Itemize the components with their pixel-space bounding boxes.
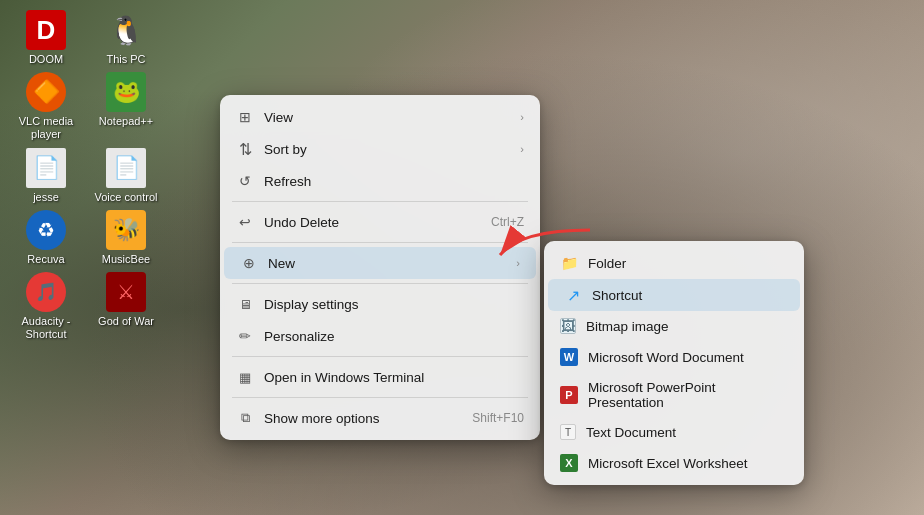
desktop-icon-vlc[interactable]: 🔶 VLC media player	[10, 72, 82, 141]
submenu-item-word[interactable]: W Microsoft Word Document	[544, 341, 804, 373]
text-label: Text Document	[586, 425, 676, 440]
ppt-icon: P	[560, 386, 578, 404]
refresh-icon: ↺	[236, 172, 254, 190]
sortby-arrow: ›	[520, 143, 524, 155]
new-label: New	[268, 256, 498, 271]
undodelete-label: Undo Delete	[264, 215, 481, 230]
folder-icon: 📁	[560, 254, 578, 272]
moreoptions-label: Show more options	[264, 411, 462, 426]
menu-item-view[interactable]: ⊞ View ›	[220, 101, 540, 133]
terminal-icon: ▦	[236, 368, 254, 386]
separator-3	[232, 283, 528, 284]
separator-4	[232, 356, 528, 357]
vlc-icon: 🔶	[26, 72, 66, 112]
displaysettings-icon: 🖥	[236, 295, 254, 313]
vlc-label: VLC media player	[10, 115, 82, 141]
desktop-icon-voicecontrol[interactable]: 📄 Voice control	[90, 148, 162, 204]
menu-item-new[interactable]: ⊕ New › 📁 Folder ↗ Shortcut 🖼 Bitmap ima…	[224, 247, 536, 279]
submenu-item-ppt[interactable]: P Microsoft PowerPoint Presentation	[544, 373, 804, 417]
folder-label: Folder	[588, 256, 626, 271]
notepadpp-icon: 🐸	[106, 72, 146, 112]
thispc-label: This PC	[106, 53, 145, 66]
jesse-icon: 📄	[26, 148, 66, 188]
audacity-icon: 🎵	[26, 272, 66, 312]
menu-item-undodelete[interactable]: ↩ Undo Delete Ctrl+Z	[220, 206, 540, 238]
desktop-icon-doom[interactable]: D DOOM	[10, 10, 82, 66]
displaysettings-label: Display settings	[264, 297, 524, 312]
menu-item-refresh[interactable]: ↺ Refresh	[220, 165, 540, 197]
view-label: View	[264, 110, 502, 125]
desktop-icon-musicbee[interactable]: 🐝 MusicBee	[90, 210, 162, 266]
desktop-icon-recuva[interactable]: ♻ Recuva	[10, 210, 82, 266]
shortcut-icon: ↗	[564, 286, 582, 304]
sortby-label: Sort by	[264, 142, 502, 157]
godofwar-label: God of War	[98, 315, 154, 328]
bitmap-icon: 🖼	[560, 318, 576, 334]
audacity-label: Audacity -Shortcut	[22, 315, 71, 341]
submenu-item-shortcut[interactable]: ↗ Shortcut	[548, 279, 800, 311]
new-arrow: ›	[516, 257, 520, 269]
recuva-label: Recuva	[27, 253, 64, 266]
separator-5	[232, 397, 528, 398]
musicbee-label: MusicBee	[102, 253, 150, 266]
refresh-label: Refresh	[264, 174, 524, 189]
separator-2	[232, 242, 528, 243]
submenu-item-excel[interactable]: X Microsoft Excel Worksheet	[544, 447, 804, 479]
musicbee-icon: 🐝	[106, 210, 146, 250]
moreoptions-shortcut: Shift+F10	[472, 411, 524, 425]
text-icon: T	[560, 424, 576, 440]
desktop-icon-thispc[interactable]: 🐧 This PC	[90, 10, 162, 66]
icon-row-2: 🔶 VLC media player 🐸 Notepad++	[10, 72, 162, 141]
terminal-label: Open in Windows Terminal	[264, 370, 524, 385]
godofwar-icon: ⚔	[106, 272, 146, 312]
icon-row-4: ♻ Recuva 🐝 MusicBee	[10, 210, 162, 266]
submenu-new: 📁 Folder ↗ Shortcut 🖼 Bitmap image W Mic…	[544, 241, 804, 485]
icon-row-5: 🎵 Audacity -Shortcut ⚔ God of War	[10, 272, 162, 341]
desktop-icons-container: D DOOM 🐧 This PC 🔶 VLC media player 🐸 No…	[10, 10, 162, 341]
menu-item-displaysettings[interactable]: 🖥 Display settings	[220, 288, 540, 320]
doom-label: DOOM	[29, 53, 63, 66]
menu-item-moreoptions[interactable]: ⧉ Show more options Shift+F10	[220, 402, 540, 434]
recuva-icon: ♻	[26, 210, 66, 250]
icon-row-3: 📄 jesse 📄 Voice control	[10, 148, 162, 204]
view-arrow: ›	[520, 111, 524, 123]
menu-item-personalize[interactable]: ✏ Personalize	[220, 320, 540, 352]
notepadpp-label: Notepad++	[99, 115, 153, 128]
desktop-icon-jesse[interactable]: 📄 jesse	[10, 148, 82, 204]
menu-item-sortby[interactable]: ⇅ Sort by ›	[220, 133, 540, 165]
personalize-label: Personalize	[264, 329, 524, 344]
excel-label: Microsoft Excel Worksheet	[588, 456, 748, 471]
jesse-label: jesse	[33, 191, 59, 204]
context-menu: ⊞ View › ⇅ Sort by › ↺ Refresh ↩ Undo De…	[220, 95, 540, 440]
undodelete-shortcut: Ctrl+Z	[491, 215, 524, 229]
new-icon: ⊕	[240, 254, 258, 272]
excel-icon: X	[560, 454, 578, 472]
submenu-item-bitmap[interactable]: 🖼 Bitmap image	[544, 311, 804, 341]
voicecontrol-icon: 📄	[106, 148, 146, 188]
thispc-icon: 🐧	[106, 10, 146, 50]
moreoptions-icon: ⧉	[236, 409, 254, 427]
icon-row-1: D DOOM 🐧 This PC	[10, 10, 162, 66]
doom-icon: D	[26, 10, 66, 50]
word-label: Microsoft Word Document	[588, 350, 744, 365]
submenu-item-folder[interactable]: 📁 Folder	[544, 247, 804, 279]
undodelete-icon: ↩	[236, 213, 254, 231]
ppt-label: Microsoft PowerPoint Presentation	[588, 380, 788, 410]
shortcut-label: Shortcut	[592, 288, 642, 303]
desktop-icon-audacity[interactable]: 🎵 Audacity -Shortcut	[10, 272, 82, 341]
desktop-icon-notepadpp[interactable]: 🐸 Notepad++	[90, 72, 162, 141]
separator-1	[232, 201, 528, 202]
bitmap-label: Bitmap image	[586, 319, 669, 334]
desktop-icon-godofwar[interactable]: ⚔ God of War	[90, 272, 162, 341]
voicecontrol-label: Voice control	[95, 191, 158, 204]
menu-item-terminal[interactable]: ▦ Open in Windows Terminal	[220, 361, 540, 393]
view-icon: ⊞	[236, 108, 254, 126]
word-icon: W	[560, 348, 578, 366]
personalize-icon: ✏	[236, 327, 254, 345]
submenu-item-text[interactable]: T Text Document	[544, 417, 804, 447]
sortby-icon: ⇅	[236, 140, 254, 158]
